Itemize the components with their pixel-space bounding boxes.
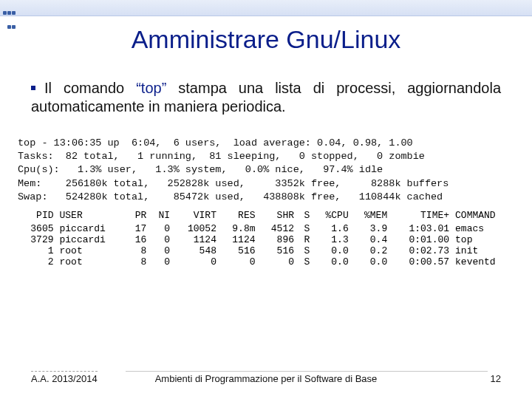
cell-ni: 0: [149, 234, 173, 245]
cell-cmd: emacs: [452, 223, 514, 234]
th-cmd: COMMAND: [452, 210, 514, 223]
corner-decoration: [3, 4, 16, 32]
bullet-quoted: “top”: [136, 80, 166, 96]
footer: A.A. 2013/2014 Ambienti di Programmazion…: [0, 371, 532, 387]
cell-cpu: 0.0: [313, 245, 352, 256]
cell-ni: 0: [149, 256, 173, 267]
body-content: Il comando “top” stampa una lista di pro…: [0, 54, 532, 116]
slide: Amministrare Gnu/Linux Il comando “top” …: [0, 0, 532, 399]
th-ni: NI: [149, 210, 173, 223]
top-line-5: Swap: 524280k total, 85472k used, 438808…: [18, 191, 443, 202]
bullet-item: Il comando “top” stampa una lista di pro…: [31, 79, 501, 116]
bullet-pre: Il comando: [44, 80, 136, 96]
cell-res: 1124: [219, 234, 259, 245]
cell-shr: 516: [259, 245, 298, 256]
th-user: USER: [57, 210, 126, 223]
th-res: RES: [219, 210, 259, 223]
th-virt: VIRT: [173, 210, 219, 223]
cell-virt: 1124: [173, 234, 219, 245]
cell-res: 0: [219, 256, 259, 267]
cell-user: piccardi: [57, 234, 126, 245]
cell-virt: 0: [173, 256, 219, 267]
th-mem: %MEM: [352, 210, 391, 223]
terminal-output: top - 13:06:35 up 6:04, 6 users, load av…: [18, 137, 514, 204]
cell-s: R: [297, 234, 313, 245]
cell-user: root: [57, 245, 126, 256]
cell-user: root: [57, 256, 126, 267]
cell-pr: 8: [126, 256, 150, 267]
cell-user: piccardi: [57, 223, 126, 234]
cell-s: S: [297, 245, 313, 256]
footer-rule: [126, 371, 488, 372]
cell-shr: 4512: [259, 223, 298, 234]
cell-shr: 896: [259, 234, 298, 245]
cell-pr: 16: [126, 234, 150, 245]
cell-time: 0:02.73: [390, 245, 452, 256]
bullet-dot-icon: [31, 86, 35, 90]
cell-pr: 8: [126, 245, 150, 256]
header-bar: [0, 0, 532, 16]
cell-cpu: 1.6: [313, 223, 352, 234]
th-cpu: %CPU: [313, 210, 352, 223]
table-row: 1root80548516516S0.00.20:02.73init: [18, 245, 514, 256]
cell-virt: 10052: [173, 223, 219, 234]
top-line-4: Mem: 256180k total, 252828k used, 3352k …: [18, 178, 449, 189]
cell-mem: 0.0: [352, 256, 391, 267]
cell-time: 1:03.01: [390, 223, 452, 234]
cell-virt: 548: [173, 245, 219, 256]
table-row: 3605piccardi170100529.8m4512S1.63.91:03.…: [18, 223, 514, 234]
cell-mem: 0.2: [352, 245, 391, 256]
cell-ni: 0: [149, 245, 173, 256]
top-line-2: Tasks: 82 total, 1 running, 81 sleeping,…: [18, 151, 425, 162]
cell-s: S: [297, 256, 313, 267]
top-line-1: top - 13:06:35 up 6:04, 6 users, load av…: [18, 137, 413, 149]
table-row: 3729piccardi16011241124896R1.30.40:01.00…: [18, 234, 514, 245]
cell-mem: 0.4: [352, 234, 391, 245]
cell-time: 0:01.00: [390, 234, 452, 245]
footer-title: Ambienti di Programmazione per il Softwa…: [0, 373, 532, 384]
th-time: TIME+: [390, 210, 452, 223]
cell-cpu: 1.3: [313, 234, 352, 245]
cell-ni: 0: [149, 223, 173, 234]
cell-cmd: top: [452, 234, 514, 245]
page-number: 12: [491, 373, 501, 384]
th-pr: PR: [126, 210, 150, 223]
cell-pid: 1: [18, 245, 57, 256]
cell-s: S: [297, 223, 313, 234]
cell-res: 516: [219, 245, 259, 256]
cell-pid: 2: [18, 256, 57, 267]
cell-pr: 17: [126, 223, 150, 234]
cell-cmd: init: [452, 245, 514, 256]
cell-res: 9.8m: [219, 223, 259, 234]
process-table: PID USER PR NI VIRT RES SHR S %CPU %MEM …: [18, 210, 514, 267]
top-line-3: Cpu(s): 1.3% user, 1.3% system, 0.0% nic…: [18, 164, 383, 175]
cell-pid: 3605: [18, 223, 57, 234]
cell-cmd: keventd: [452, 256, 514, 267]
cell-time: 0:00.57: [390, 256, 452, 267]
th-s: S: [297, 210, 313, 223]
page-title: Amministrare Gnu/Linux: [0, 25, 532, 54]
cell-shr: 0: [259, 256, 298, 267]
th-shr: SHR: [259, 210, 298, 223]
table-row: 2root80000S0.00.00:00.57keventd: [18, 256, 514, 267]
cell-pid: 3729: [18, 234, 57, 245]
cell-mem: 3.9: [352, 223, 391, 234]
cell-cpu: 0.0: [313, 256, 352, 267]
th-pid: PID: [18, 210, 57, 223]
table-header-row: PID USER PR NI VIRT RES SHR S %CPU %MEM …: [18, 210, 514, 223]
